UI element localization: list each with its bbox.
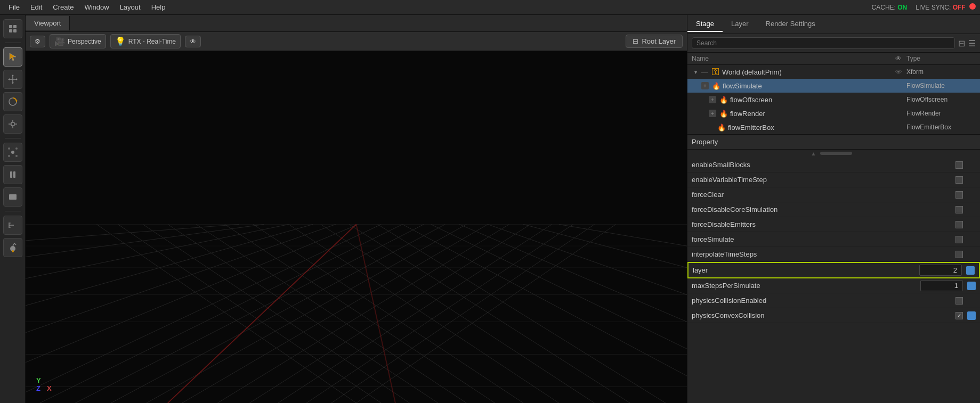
tree-row-world[interactable]: ▾ — ⚿ World (defaultPrim) 👁 Xform: [687, 65, 980, 79]
prop-reset-maxstepspersimulate[interactable]: [967, 282, 976, 290]
world-expand-icon[interactable]: ▾: [692, 68, 699, 76]
svg-rect-0: [9, 25, 12, 28]
menu-right: CACHE: ON LIVE SYNC: OFF: [872, 3, 976, 11]
viewport-canvas[interactable]: .grid-line { stroke: #2a2a2a; stroke-wid…: [26, 51, 687, 403]
prop-value-layer[interactable]: 2: [919, 265, 962, 276]
svg-point-18: [8, 147, 10, 150]
prop-checkbox-interpolatetimesteps[interactable]: [955, 251, 963, 258]
tool-select[interactable]: [3, 47, 22, 67]
tree-row-flowrender[interactable]: + 🔥 flowRender FlowRender: [687, 106, 980, 120]
tool-scale[interactable]: [3, 114, 22, 134]
svg-point-30: [12, 250, 14, 252]
settings-button[interactable]: ⚙: [30, 36, 45, 47]
scroll-indicator-top: ▲: [687, 150, 980, 158]
tool-rotate[interactable]: [3, 92, 22, 111]
tool-paint[interactable]: [3, 238, 22, 257]
visibility-button[interactable]: 👁: [185, 36, 201, 47]
tab-render-settings[interactable]: Render Settings: [757, 17, 824, 32]
livesync-label: LIVE SYNC: OFF: [916, 3, 976, 11]
col-name-header: Name: [692, 55, 890, 62]
flowoffscreen-add-btn[interactable]: +: [709, 96, 716, 103]
left-toolbar: [0, 15, 26, 403]
flowsimulate-add-btn[interactable]: +: [701, 82, 709, 89]
toolbar-separator-3: [5, 211, 21, 211]
menu-create[interactable]: Create: [48, 2, 78, 12]
tool-move[interactable]: [3, 70, 22, 89]
property-header: Property: [687, 135, 980, 150]
tree-row-flowsimulate[interactable]: + 🔥 flowSimulate FlowSimulate: [687, 79, 980, 93]
axis-indicator: Y Z X: [36, 376, 52, 392]
flowsimulate-node-name: + 🔥 flowSimulate: [692, 82, 890, 90]
menu-edit[interactable]: Edit: [26, 2, 46, 12]
axis-y-label: Y: [36, 376, 52, 384]
viewport-tab[interactable]: Viewport: [26, 16, 70, 30]
right-panel: Stage Layer Render Settings ⊟ ☰ Name 👁 T…: [687, 15, 980, 403]
prop-checkbox-enablesmallblocks[interactable]: [955, 161, 963, 169]
axis-z-label: Z: [36, 384, 41, 392]
tool-navigate[interactable]: [3, 19, 22, 38]
prop-checkbox-forcedisablecoresimulation[interactable]: [955, 206, 963, 213]
menu-window[interactable]: Window: [80, 2, 113, 12]
prop-checkbox-physicscollisionenabled[interactable]: [955, 297, 963, 305]
flowrender-type: FlowRender: [906, 110, 976, 117]
tool-rect[interactable]: [3, 187, 22, 207]
menu-bar: File Edit Create Window Layout Help CACH…: [0, 0, 980, 15]
flowoffscreen-node-name: + 🔥 flowOffscreen: [692, 96, 890, 104]
tree-row-flowoffscreen[interactable]: + 🔥 flowOffscreen FlowOffscreen: [687, 93, 980, 106]
filter-icon[interactable]: ⊟: [958, 38, 965, 48]
world-label: World (defaultPrim): [722, 68, 782, 76]
menu-layout[interactable]: Layout: [116, 2, 145, 12]
prop-physicsConvexCollision: physicsConvexCollision: [687, 308, 980, 323]
tool-pause[interactable]: [3, 165, 22, 184]
settings-filter-icon[interactable]: ☰: [968, 38, 976, 48]
svg-marker-7: [12, 83, 14, 84]
menu-help[interactable]: Help: [147, 2, 170, 12]
search-input[interactable]: [692, 37, 955, 49]
perspective-label: Perspective: [68, 38, 101, 45]
tool-snap[interactable]: [3, 143, 22, 162]
prop-name-interpolatetimesteps: interpolateTimeSteps: [692, 250, 951, 258]
tool-measure[interactable]: [3, 216, 22, 235]
property-list: ▲ enableSmallBlocks enableVariableTimeSt…: [687, 150, 980, 403]
root-layer-button[interactable]: ⊟ Root Layer: [626, 35, 683, 48]
tree-row-flowemitterbox[interactable]: 🔥 flowEmitterBox FlowEmitterBox: [687, 120, 980, 134]
svg-point-19: [15, 147, 18, 150]
rtx-mode-button[interactable]: 💡 RTX - Real-Time: [110, 34, 181, 48]
prop-enableSmallBlocks: enableSmallBlocks: [687, 158, 980, 172]
prop-reset-physicsconvexcollision[interactable]: [967, 311, 976, 320]
prop-checkbox-forceclear[interactable]: [955, 191, 963, 199]
svg-rect-22: [10, 171, 12, 178]
camera-perspective-button[interactable]: 🎥 Perspective: [50, 34, 106, 48]
flowrender-label: flowRender: [730, 110, 765, 118]
toolbar-separator-1: [5, 43, 21, 43]
prop-checkbox-forcesimulate[interactable]: [955, 236, 963, 243]
prop-value-maxstepspersimulate[interactable]: 1: [920, 280, 963, 291]
prop-forceClear: forceClear: [687, 187, 980, 202]
prop-name-physicscollisionenabled: physicsCollisionEnabled: [692, 297, 951, 305]
fire-icon-3: 🔥: [719, 110, 728, 118]
world-icon: ⚿: [711, 67, 720, 77]
prop-name-forcedisableemitters: forceDisableEmitters: [692, 220, 951, 228]
viewport-tab-bar: Viewport: [26, 15, 687, 32]
svg-rect-3: [13, 29, 17, 32]
prop-checkbox-enablevariabletimestep[interactable]: [955, 176, 963, 184]
world-visibility[interactable]: 👁: [890, 68, 906, 76]
prop-checkbox-forcedisableemitters[interactable]: [955, 221, 963, 228]
fire-icon-2: 🔥: [719, 96, 728, 104]
svg-rect-23: [13, 171, 15, 178]
flowrender-add-btn[interactable]: +: [709, 110, 716, 117]
prop-checkbox-physicsconvexcollision[interactable]: [955, 312, 963, 319]
prop-forceDisableEmitters: forceDisableEmitters: [687, 217, 980, 232]
viewport-container: Viewport ⚙ 🎥 Perspective 💡 RTX - Real-Ti…: [26, 15, 687, 403]
menu-file[interactable]: File: [4, 2, 24, 12]
world-type: Xform: [906, 68, 976, 76]
svg-point-21: [15, 155, 18, 157]
prop-reset-layer[interactable]: [966, 266, 975, 275]
svg-rect-31: [26, 51, 687, 403]
prop-name-enablevariabletimestep: enableVariableTimeStep: [692, 176, 951, 184]
tab-stage[interactable]: Stage: [687, 17, 723, 32]
prop-physicsCollisionEnabled: physicsCollisionEnabled: [687, 293, 980, 308]
flowemitterbox-type: FlowEmitterBox: [906, 124, 976, 131]
tab-layer[interactable]: Layer: [723, 17, 757, 32]
stage-tree: Name 👁 Type ▾ — ⚿ World (defaultPrim) 👁 …: [687, 53, 980, 135]
